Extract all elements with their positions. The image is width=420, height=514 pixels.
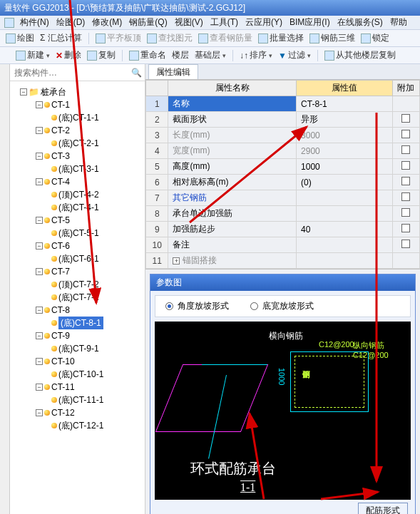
checkbox[interactable] xyxy=(401,114,410,123)
prop-extra[interactable] xyxy=(392,128,419,143)
menu-view[interactable]: 视图(V) xyxy=(173,16,205,29)
tree-item[interactable]: (底)CT-7-1 xyxy=(11,291,142,304)
property-row[interactable]: 7其它钢筋 xyxy=(146,190,420,206)
tb-batch[interactable]: 批量选择 xyxy=(257,32,305,44)
tb-filter[interactable]: ▼过滤 xyxy=(277,49,312,61)
tree-root[interactable]: − 📁 桩承台 xyxy=(11,86,142,98)
menu-online[interactable]: 在线服务(S) xyxy=(336,16,384,29)
search-box[interactable]: 🔍 xyxy=(10,64,145,81)
tree-item[interactable]: (底)CT-12-1 xyxy=(11,419,142,432)
prop-value[interactable]: 异形 xyxy=(297,112,393,128)
checkbox[interactable] xyxy=(401,224,410,232)
tree-item[interactable]: (底)CT-11-1 xyxy=(11,394,142,406)
collapse-icon[interactable]: − xyxy=(36,101,43,108)
tree-group[interactable]: − CT-1 xyxy=(11,98,142,111)
tb-rename[interactable]: 重命名 xyxy=(128,49,168,61)
tb-floor-sel[interactable]: 基础层 xyxy=(193,49,227,61)
checkbox[interactable] xyxy=(401,130,410,138)
property-row[interactable]: 9加强筋起步40 xyxy=(146,222,420,237)
tree-item[interactable]: (底)CT-3-1 xyxy=(11,163,142,175)
component-tree[interactable]: − 📁 桩承台− CT-1 (底)CT-1-1− CT-2 (底)CT-2-1−… xyxy=(10,81,145,514)
tb-copy[interactable]: 复制 xyxy=(86,49,117,61)
prop-extra[interactable] xyxy=(392,143,419,159)
collapse-icon[interactable]: − xyxy=(36,384,43,391)
tree-group[interactable]: − CT-5 xyxy=(11,214,142,227)
tree-group[interactable]: − CT-6 xyxy=(11,240,142,252)
tree-item[interactable]: (顶)CT-4-2 xyxy=(11,188,142,201)
prop-extra[interactable] xyxy=(392,112,419,128)
prop-value[interactable]: (0) xyxy=(297,175,393,190)
checkbox[interactable] xyxy=(401,192,410,201)
tree-item[interactable]: (底)CT-5-1 xyxy=(11,227,142,240)
expand-icon[interactable]: + xyxy=(173,257,180,264)
collapse-icon[interactable]: − xyxy=(36,153,43,160)
property-row[interactable]: 11+ 锚固搭接 xyxy=(146,253,420,269)
menu-bim[interactable]: BIM应用(I) xyxy=(288,16,332,29)
tree-group[interactable]: − CT-9 xyxy=(11,329,142,342)
tree-group[interactable]: − CT-12 xyxy=(11,406,142,419)
tree-group[interactable]: − CT-3 xyxy=(11,150,142,163)
checkbox[interactable] xyxy=(401,145,410,154)
tree-item[interactable]: (底)CT-1-1 xyxy=(11,111,142,124)
collapse-icon[interactable]: − xyxy=(36,409,43,416)
menu-rebar[interactable]: 钢筋量(Q) xyxy=(128,16,168,29)
prop-extra[interactable] xyxy=(392,237,419,253)
prop-value[interactable] xyxy=(297,253,393,269)
tb-sum[interactable]: Σ 汇总计算 xyxy=(39,32,83,44)
tb-align[interactable]: 平齐板顶 xyxy=(94,32,143,44)
tb-new[interactable]: 新建 xyxy=(14,49,51,61)
property-row[interactable]: 10备注 xyxy=(146,237,420,253)
tb-find[interactable]: 查找图元 xyxy=(145,32,194,44)
menu-tool[interactable]: 工具(T) xyxy=(209,16,240,29)
property-row[interactable]: 8承台单边加强筋 xyxy=(146,206,420,222)
tb-copy-layer[interactable]: 从其他楼层复制 xyxy=(323,49,397,61)
property-row[interactable]: 2截面形状异形 xyxy=(146,112,420,128)
tree-item[interactable]: (顶)CT-7-2 xyxy=(11,278,142,291)
tree-item[interactable]: (底)CT-6-1 xyxy=(11,252,142,265)
checkbox[interactable] xyxy=(401,161,410,170)
collapse-icon[interactable]: − xyxy=(36,268,43,275)
prop-value[interactable]: CT-8-1 xyxy=(297,96,393,112)
tree-item[interactable]: (底)CT-9-1 xyxy=(11,342,142,355)
prop-value[interactable]: 40 xyxy=(297,222,393,237)
tb-del[interactable]: ✕删除 xyxy=(54,49,83,61)
tab-property-edit[interactable]: 属性编辑 xyxy=(148,64,198,79)
collapse-icon[interactable]: − xyxy=(36,332,43,339)
menu-help[interactable]: 帮助 xyxy=(389,16,409,29)
prop-value[interactable]: 3000 xyxy=(297,128,393,143)
tree-group[interactable]: − CT-11 xyxy=(11,381,142,394)
prop-extra[interactable] xyxy=(392,206,419,222)
checkbox[interactable] xyxy=(401,240,410,248)
tb-draw[interactable]: 绘图 xyxy=(4,32,36,44)
search-icon[interactable]: 🔍 xyxy=(131,68,142,78)
collapse-icon[interactable]: − xyxy=(36,127,43,134)
tree-item[interactable]: (底)CT-2-1 xyxy=(11,137,142,150)
prop-extra[interactable] xyxy=(392,175,419,190)
collapse-icon[interactable]: − xyxy=(36,217,43,224)
menu-cloud[interactable]: 云应用(Y) xyxy=(244,16,284,29)
prop-value[interactable]: 1000 xyxy=(297,159,393,175)
collapse-icon[interactable]: − xyxy=(36,178,43,185)
tb-sort[interactable]: ↓↑排序 xyxy=(238,49,274,61)
tb-view-rebar[interactable]: 查看钢筋量 xyxy=(197,32,254,44)
collapse-icon[interactable]: − xyxy=(36,242,43,250)
tree-item[interactable]: (底)CT-10-1 xyxy=(11,368,142,381)
collapse-icon[interactable]: − xyxy=(36,307,43,314)
opt-angle-slope[interactable]: 角度放坡形式 xyxy=(165,300,229,312)
prop-value[interactable] xyxy=(297,206,393,222)
prop-extra[interactable] xyxy=(392,159,419,175)
tree-item[interactable]: (底)CT-4-1 xyxy=(11,201,142,214)
tree-item[interactable]: (底)CT-8-1 xyxy=(11,317,142,329)
tb-lock[interactable]: 锁定 xyxy=(359,32,391,44)
prop-extra[interactable] xyxy=(392,96,419,112)
prop-extra[interactable] xyxy=(392,190,419,206)
checkbox[interactable] xyxy=(401,208,410,217)
tree-group[interactable]: − CT-2 xyxy=(11,124,142,137)
prop-value[interactable] xyxy=(297,237,393,253)
property-row[interactable]: 4宽度(mm)2900 xyxy=(146,143,420,159)
property-row[interactable]: 5高度(mm)1000 xyxy=(146,159,420,175)
opt-width-slope[interactable]: 底宽放坡形式 xyxy=(250,300,314,312)
collapse-icon[interactable]: − xyxy=(36,358,43,365)
rebar-style-button[interactable]: 配筋形式 xyxy=(358,503,408,514)
property-row[interactable]: 6相对底标高(m)(0) xyxy=(146,175,420,190)
